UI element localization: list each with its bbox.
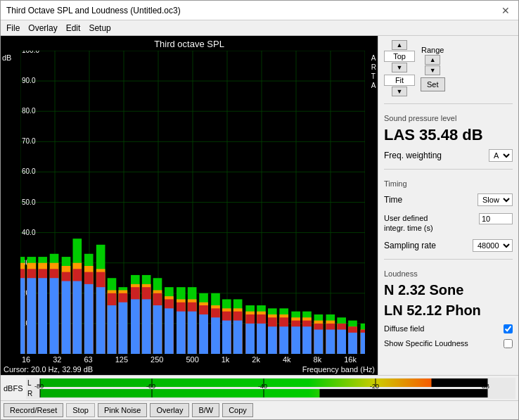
loudness-section-label: Loudness [384,269,513,278]
menu-edit[interactable]: Edit [66,23,81,33]
user-defined-input[interactable]: 10 [479,213,513,224]
show-specific-row: Show Specific Loudness [384,339,513,348]
x-tick-9: 8k [314,355,322,364]
y-axis-label: dB [2,53,11,62]
range-set-block: Range ▲ ▼ Set [421,46,445,91]
arta-label: ARTA [371,53,376,90]
pink-noise-button[interactable]: Pink Noise [98,403,148,417]
x-tick-8: 4k [283,355,291,364]
top-fit-block: ▲ Top ▼ Fit ▼ [384,40,415,96]
x-tick-10: 16k [344,355,357,364]
x-tick-2: 63 [84,355,92,364]
window-title: Third Octave SPL and Loudness (Untitled.… [6,6,181,15]
x-tick-7: 2k [252,355,260,364]
show-specific-label: Show Specific Loudness [384,339,468,348]
range-up-btn[interactable]: ▲ [425,55,440,65]
divider-1 [384,103,513,104]
menu-bar: File Overlay Edit Setup [1,20,518,36]
chart-canvas [20,51,365,354]
dbfs-bar: dBFS [1,375,518,400]
range-down-btn[interactable]: ▼ [425,65,440,75]
diffuse-field-row: Diffuse field [384,324,513,333]
title-bar: Third Octave SPL and Loudness (Untitled.… [1,1,518,20]
x-tick-6: 1k [222,355,230,364]
copy-button[interactable]: Copy [222,403,253,417]
freq-weighting-label: Freq. weighting [384,151,442,160]
diffuse-field-checkbox[interactable] [504,324,513,333]
right-panel: ▲ Top ▼ Fit ▼ Range ▲ ▼ Set Sound pressu… [378,36,518,375]
freq-weighting-select[interactable]: A [489,149,513,162]
range-label: Range [421,46,444,54]
time-select[interactable]: Slow [478,193,513,206]
chart-title: Third octave SPL [1,36,378,51]
stop-button[interactable]: Stop [66,403,95,417]
freq-label: Frequency band (Hz) [302,365,375,374]
main-window: Third Octave SPL and Loudness (Untitled.… [0,0,519,420]
sampling-rate-label: Sampling rate [384,241,436,250]
timing-section-label: Timing [384,179,513,188]
top-up-btn[interactable]: ▲ [392,40,407,50]
spl-value: LAS 35.48 dB [384,127,513,144]
overlay-button[interactable]: Overlay [150,403,189,417]
fit-down-btn[interactable]: ▼ [392,87,407,96]
menu-file[interactable]: File [6,23,20,33]
dbfs-meter-area [26,378,515,399]
chart-footer: Cursor: 20.0 Hz, 32.99 dB Frequency band… [1,364,378,375]
user-defined-row: User definedintegr. time (s) 10 [384,213,513,234]
chart-area: Third octave SPL dB ARTA 16 32 63 125 25… [1,36,378,375]
x-axis-labels: 16 32 63 125 250 500 1k 2k 4k 8k 16k [1,354,378,364]
top-controls-row: ▲ Top ▼ Fit ▼ Range ▲ ▼ Set [384,40,513,96]
show-specific-checkbox[interactable] [504,339,513,348]
bw-button[interactable]: B/W [192,403,219,417]
close-button[interactable]: ✕ [499,5,513,16]
main-area: Third octave SPL dB ARTA 16 32 63 125 25… [1,36,518,375]
cursor-text: Cursor: 20.0 Hz, 32.99 dB [4,365,93,374]
top-value: Top [384,51,415,62]
bottom-buttons: Record/Reset Stop Pink Noise Overlay B/W… [1,400,518,419]
menu-overlay[interactable]: Overlay [28,23,57,33]
set-button[interactable]: Set [421,77,445,91]
diffuse-field-label: Diffuse field [384,324,424,333]
divider-2 [384,169,513,170]
sampling-rate-select[interactable]: 48000 [473,239,513,252]
x-tick-3: 125 [115,355,128,364]
record-reset-button[interactable]: Record/Reset [4,403,63,417]
top-down-btn[interactable]: ▼ [392,63,407,72]
dbfs-canvas [26,378,515,399]
freq-weighting-row: Freq. weighting A [384,149,513,162]
ln-value: LN 52.12 Phon [384,303,513,319]
fit-value[interactable]: Fit [384,75,415,86]
spl-section-label: Sound pressure level [384,114,513,122]
chart-wrapper: dB ARTA [1,51,378,354]
n-value: N 2.32 Sone [384,282,513,298]
user-defined-label: User definedintegr. time (s) [384,213,433,234]
time-label: Time [384,195,402,205]
x-tick-4: 250 [150,355,163,364]
x-tick-1: 32 [53,355,61,364]
chart-bottom: 16 32 63 125 250 500 1k 2k 4k 8k 16k Cur… [1,354,378,375]
menu-setup[interactable]: Setup [89,23,110,33]
x-tick-5: 500 [186,355,198,364]
time-row: Time Slow [384,193,513,206]
x-tick-0: 16 [22,355,30,364]
divider-3 [384,259,513,260]
sampling-rate-row: Sampling rate 48000 [384,239,513,252]
dbfs-label: dBFS [4,384,23,393]
